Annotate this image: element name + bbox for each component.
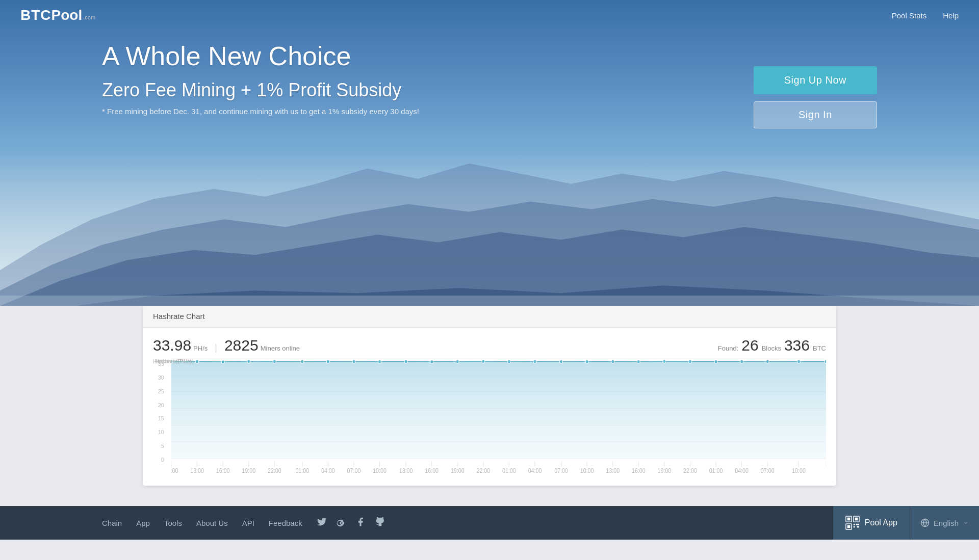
svg-point-60 bbox=[740, 360, 743, 363]
facebook-icon[interactable] bbox=[355, 517, 366, 529]
blocks-label: Blocks bbox=[762, 344, 781, 352]
svg-point-56 bbox=[637, 360, 640, 364]
twitter-icon[interactable] bbox=[317, 517, 327, 529]
signin-button[interactable]: Sign In bbox=[754, 101, 877, 128]
weibo-icon[interactable] bbox=[336, 517, 346, 529]
svg-point-46 bbox=[378, 360, 381, 363]
hero-note: * Free mining before Dec. 31, and contin… bbox=[102, 107, 419, 116]
svg-point-55 bbox=[611, 360, 614, 363]
hero-buttons: Sign Up Now Sign In bbox=[754, 66, 877, 128]
svg-point-59 bbox=[714, 360, 717, 363]
svg-rect-97 bbox=[854, 526, 855, 528]
footer-social bbox=[317, 517, 385, 529]
svg-text:16:00: 16:00 bbox=[216, 467, 230, 474]
stat-left: 33.98 PH/s | 2825 Miners online bbox=[153, 337, 300, 354]
svg-text:01:00: 01:00 bbox=[502, 467, 516, 474]
y-label-10: 10 bbox=[148, 429, 164, 435]
chart-body: 33.98 PH/s | 2825 Miners online Found: 2… bbox=[143, 328, 836, 486]
svg-point-43 bbox=[301, 360, 304, 364]
chart-stats: 33.98 PH/s | 2825 Miners online Found: 2… bbox=[153, 333, 826, 356]
svg-point-62 bbox=[797, 360, 801, 363]
y-label-0: 0 bbox=[148, 457, 164, 463]
svg-text:13:00: 13:00 bbox=[399, 467, 413, 474]
hero-subtitle: Zero Fee Mining + 1% Profit Subsidy bbox=[102, 79, 419, 101]
header: BTC Pool .com Pool Stats Help bbox=[0, 0, 979, 31]
y-label-25: 25 bbox=[148, 388, 164, 394]
svg-text:22:00: 22:00 bbox=[268, 467, 281, 474]
nav-help[interactable]: Help bbox=[943, 11, 959, 20]
pool-app-button[interactable]: Pool App bbox=[833, 506, 910, 540]
svg-text:04:00: 04:00 bbox=[528, 467, 542, 474]
svg-rect-92 bbox=[855, 518, 858, 521]
svg-text:16:00: 16:00 bbox=[632, 467, 646, 474]
svg-text:04:00: 04:00 bbox=[321, 467, 335, 474]
github-icon[interactable] bbox=[375, 517, 385, 529]
y-axis-title-display: Hashrate(PH/s) bbox=[153, 358, 192, 364]
svg-point-42 bbox=[273, 360, 276, 363]
footer: Chain App Tools About Us API Feedback bbox=[0, 506, 979, 540]
svg-text:10:00: 10:00 bbox=[373, 467, 387, 474]
y-label-20: 20 bbox=[148, 402, 164, 408]
svg-text:04:00: 04:00 bbox=[735, 467, 749, 474]
btc-label: BTC bbox=[813, 344, 826, 352]
footer-right: Pool App English bbox=[833, 506, 979, 540]
svg-point-52 bbox=[533, 360, 536, 363]
chart-header: Hashrate Chart bbox=[143, 306, 836, 328]
footer-tools[interactable]: Tools bbox=[164, 519, 182, 527]
footer-chain[interactable]: Chain bbox=[102, 519, 122, 527]
svg-text:07:00: 07:00 bbox=[347, 467, 361, 474]
main-nav: Pool Stats Help bbox=[892, 11, 959, 20]
signup-button[interactable]: Sign Up Now bbox=[754, 66, 877, 94]
svg-text:19:00: 19:00 bbox=[658, 467, 672, 474]
svg-text:10:00: 10:00 bbox=[792, 467, 806, 474]
svg-text:01:00: 01:00 bbox=[709, 467, 723, 474]
chevron-down-icon bbox=[963, 520, 969, 526]
svg-point-41 bbox=[247, 360, 250, 363]
svg-rect-99 bbox=[857, 524, 859, 525]
svg-point-40 bbox=[221, 360, 224, 364]
hashrate-chart-svg: 10:00 13:00 16:00 19:00 22:00 01:00 04:0… bbox=[171, 358, 826, 475]
footer-app[interactable]: App bbox=[136, 519, 150, 527]
svg-text:22:00: 22:00 bbox=[683, 467, 697, 474]
footer-api[interactable]: API bbox=[242, 519, 254, 527]
svg-text:01:00: 01:00 bbox=[295, 467, 309, 474]
svg-point-50 bbox=[482, 360, 485, 363]
footer-about[interactable]: About Us bbox=[196, 519, 228, 527]
svg-rect-90 bbox=[847, 518, 850, 521]
nav-pool-stats[interactable]: Pool Stats bbox=[892, 11, 926, 20]
svg-point-51 bbox=[508, 360, 511, 364]
miners-label: Miners online bbox=[261, 344, 300, 352]
svg-point-49 bbox=[456, 360, 459, 363]
y-axis: 35 30 25 20 15 10 5 0 bbox=[148, 358, 164, 475]
logo-btc: BTC bbox=[20, 7, 51, 23]
hero-section: BTC Pool .com Pool Stats Help A Whole Ne… bbox=[0, 0, 979, 336]
pool-app-label: Pool App bbox=[865, 518, 897, 527]
logo-com: .com bbox=[83, 14, 95, 20]
language-label: English bbox=[934, 519, 959, 527]
y-label-30: 30 bbox=[148, 375, 164, 381]
hero-content: A Whole New Choice Zero Fee Mining + 1% … bbox=[102, 41, 419, 116]
svg-point-54 bbox=[585, 360, 588, 363]
hashrate-unit: PH/s bbox=[193, 344, 208, 352]
svg-point-45 bbox=[352, 360, 355, 363]
found-label: Found: bbox=[718, 344, 738, 352]
svg-text:07:00: 07:00 bbox=[554, 467, 568, 474]
chart-title: Hashrate Chart bbox=[153, 312, 205, 321]
footer-feedback[interactable]: Feedback bbox=[269, 519, 302, 527]
globe-icon bbox=[920, 518, 930, 527]
footer-links: Chain App Tools About Us API Feedback bbox=[0, 517, 385, 529]
hero-title: A Whole New Choice bbox=[102, 41, 419, 71]
svg-point-39 bbox=[196, 360, 199, 363]
svg-point-58 bbox=[689, 360, 692, 363]
chart-card: Hashrate Chart 33.98 PH/s | 2825 Miners … bbox=[143, 306, 836, 486]
language-button[interactable]: English bbox=[910, 506, 979, 540]
hashrate-value: 33.98 bbox=[153, 337, 191, 354]
stat-separator: | bbox=[215, 342, 217, 353]
y-label-5: 5 bbox=[148, 443, 164, 449]
svg-point-61 bbox=[766, 360, 769, 363]
svg-text:19:00: 19:00 bbox=[451, 467, 465, 474]
svg-point-57 bbox=[663, 360, 666, 363]
y-label-15: 15 bbox=[148, 415, 164, 421]
svg-text:10:00: 10:00 bbox=[580, 467, 594, 474]
svg-rect-95 bbox=[854, 524, 855, 525]
